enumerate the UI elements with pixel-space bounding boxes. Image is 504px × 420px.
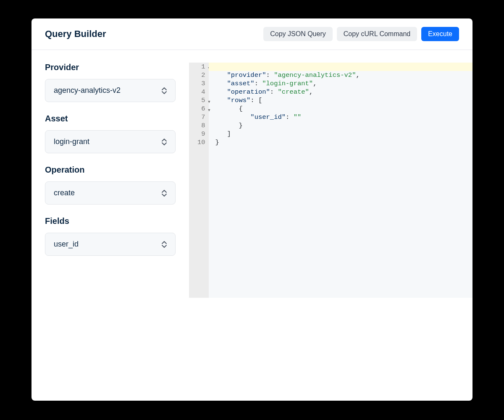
editor-pane: 1▼ 2 3 4 5▼ 6▼ 7 8 9 10 { "provider": "a… — [189, 50, 472, 401]
code-line: } — [215, 138, 472, 147]
provider-field-group: Provider agency-analytics-v2 — [45, 63, 176, 102]
code-line: { — [215, 105, 472, 113]
code-editor[interactable]: 1▼ 2 3 4 5▼ 6▼ 7 8 9 10 { "provider": "a… — [189, 63, 472, 298]
line-number: 9 — [197, 130, 205, 138]
content: Provider agency-analytics-v2 Asset login… — [32, 50, 472, 401]
fields-value: user_id — [54, 240, 79, 249]
asset-select[interactable]: login-grant — [45, 130, 176, 153]
code-line: "provider": "agency-analytics-v2", — [215, 71, 472, 79]
code-line: "rows": [ — [215, 96, 472, 105]
copy-json-button[interactable]: Copy JSON Query — [263, 27, 332, 41]
page-title: Query Builder — [45, 29, 106, 39]
code-line: "user_id": "" — [215, 113, 472, 121]
line-number: 2 — [197, 71, 205, 79]
operation-label: Operation — [45, 165, 176, 175]
line-number: 10 — [197, 138, 205, 147]
line-number: 5▼ — [197, 96, 205, 105]
chevron-up-down-icon — [162, 241, 167, 248]
code-line: ] — [215, 130, 472, 138]
editor-code[interactable]: { "provider": "agency-analytics-v2", "as… — [209, 63, 472, 298]
line-number: 6▼ — [197, 105, 205, 113]
fields-select[interactable]: user_id — [45, 233, 176, 256]
header-buttons: Copy JSON Query Copy cURL Command Execut… — [263, 27, 459, 41]
operation-field-group: Operation create — [45, 165, 176, 205]
form-sidebar: Provider agency-analytics-v2 Asset login… — [32, 50, 189, 401]
code-line: } — [215, 121, 472, 130]
provider-label: Provider — [45, 63, 176, 72]
editor-gutter: 1▼ 2 3 4 5▼ 6▼ 7 8 9 10 — [189, 63, 209, 298]
code-line: "operation": "create", — [215, 88, 472, 96]
chevron-up-down-icon — [162, 87, 167, 94]
asset-field-group: Asset login-grant — [45, 114, 176, 153]
execute-button[interactable]: Execute — [421, 27, 459, 41]
active-line-highlight — [209, 63, 472, 71]
query-builder-window: Query Builder Copy JSON Query Copy cURL … — [32, 18, 472, 401]
operation-value: create — [54, 189, 75, 197]
provider-value: agency-analytics-v2 — [54, 86, 121, 95]
chevron-up-down-icon — [162, 190, 167, 197]
asset-label: Asset — [45, 114, 176, 123]
code-line: "asset": "login-grant", — [215, 79, 472, 88]
header: Query Builder Copy JSON Query Copy cURL … — [32, 18, 472, 50]
asset-value: login-grant — [54, 137, 89, 146]
line-number: 1▼ — [197, 63, 205, 71]
fields-field-group: Fields user_id — [45, 216, 176, 256]
chevron-up-down-icon — [162, 139, 167, 145]
provider-select[interactable]: agency-analytics-v2 — [45, 79, 176, 102]
line-number: 8 — [197, 121, 205, 130]
copy-curl-button[interactable]: Copy cURL Command — [337, 27, 417, 41]
line-number: 7 — [197, 113, 205, 121]
operation-select[interactable]: create — [45, 181, 176, 205]
fields-label: Fields — [45, 216, 176, 226]
line-number: 4 — [197, 88, 205, 96]
line-number: 3 — [197, 79, 205, 88]
